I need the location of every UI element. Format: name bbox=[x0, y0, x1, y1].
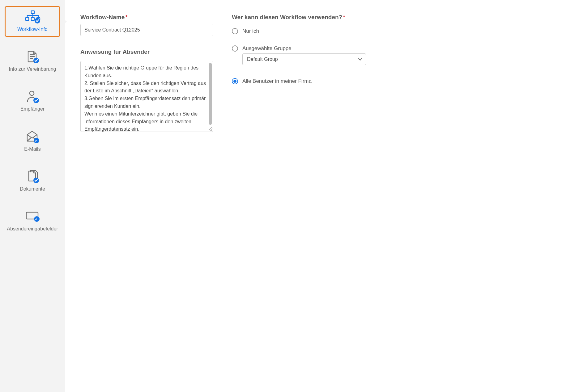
radio-all-users[interactable]: Alle Benutzer in meiner Firma bbox=[232, 78, 368, 84]
sidebar-item-label: Info zur Vereinbarung bbox=[9, 66, 56, 72]
radio-label: Alle Benutzer in meiner Firma bbox=[242, 78, 312, 84]
instructions-textarea[interactable] bbox=[81, 61, 213, 132]
permissions-heading: Wer kann diesen Workflow verwenden?* bbox=[232, 14, 368, 21]
sidebar-item-workflow-info[interactable]: Workflow-Info bbox=[5, 6, 60, 37]
group-select-value: Default Group bbox=[243, 54, 354, 65]
svg-rect-2 bbox=[31, 18, 34, 20]
workflow-name-input[interactable] bbox=[80, 24, 213, 36]
radio-label: Nur ich bbox=[242, 28, 259, 34]
svg-rect-0 bbox=[31, 11, 34, 14]
documents-icon bbox=[24, 170, 41, 183]
resize-handle[interactable] bbox=[209, 127, 212, 131]
sidebar-item-label: Workflow-Info bbox=[17, 26, 48, 32]
instructions-label: Anweisung für Absender bbox=[80, 48, 213, 55]
radio-only-me[interactable]: Nur ich bbox=[232, 28, 368, 34]
sidebar-item-label: E-Mails bbox=[24, 146, 40, 152]
sidebar-item-sender-input-fields[interactable]: Absendereingabefelder bbox=[5, 206, 60, 236]
input-fields-icon bbox=[24, 210, 41, 223]
radio-selected-group[interactable]: Ausgewählte Gruppe bbox=[232, 45, 368, 52]
email-icon bbox=[24, 130, 41, 144]
required-asterisk: * bbox=[125, 14, 127, 20]
svg-point-6 bbox=[30, 91, 34, 95]
radio-icon bbox=[232, 45, 238, 52]
sidebar-item-label: Dokumente bbox=[20, 186, 45, 192]
sidebar-item-recipients[interactable]: Empfänger bbox=[5, 86, 60, 116]
workflow-name-label: Workflow-Name* bbox=[80, 14, 213, 21]
sidebar-item-documents[interactable]: Dokumente bbox=[5, 166, 60, 196]
svg-rect-1 bbox=[26, 18, 29, 20]
required-asterisk: * bbox=[343, 14, 345, 20]
instructions-textarea-wrap bbox=[80, 61, 213, 132]
scrollbar[interactable] bbox=[209, 63, 212, 125]
group-select[interactable]: Default Group bbox=[242, 53, 366, 65]
sidebar-item-label: Empfänger bbox=[20, 106, 45, 112]
sidebar-item-agreement-info[interactable]: Info zur Vereinbarung bbox=[5, 46, 60, 77]
radio-icon bbox=[232, 28, 238, 34]
document-info-icon bbox=[24, 50, 41, 64]
sidebar-item-label: Absendereingabefelder bbox=[7, 226, 58, 232]
main-content: Workflow-Name* Anweisung für Absender We… bbox=[65, 0, 562, 392]
sidebar-item-emails[interactable]: E-Mails bbox=[5, 126, 60, 157]
radio-label: Ausgewählte Gruppe bbox=[242, 45, 292, 52]
chevron-down-icon bbox=[354, 54, 366, 65]
workflow-icon bbox=[24, 10, 41, 24]
radio-icon bbox=[232, 78, 238, 84]
recipient-icon bbox=[24, 90, 41, 103]
sidebar: Workflow-Info Info zur Vereinbarung bbox=[0, 0, 65, 392]
